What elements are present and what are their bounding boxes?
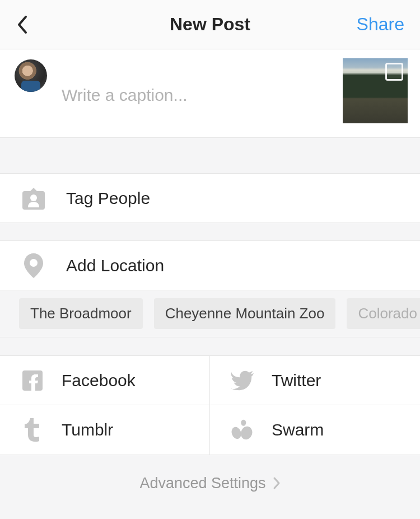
section-gap xyxy=(0,223,420,241)
advanced-settings-button[interactable]: Advanced Settings xyxy=(0,455,420,511)
post-thumbnail[interactable] xyxy=(343,58,408,123)
facebook-icon xyxy=(21,369,44,392)
section-gap xyxy=(0,337,420,355)
share-swarm[interactable]: Swarm xyxy=(210,405,420,455)
tag-people-label: Tag People xyxy=(66,189,150,208)
back-button[interactable] xyxy=(16,13,29,36)
share-label: Swarm xyxy=(272,420,324,439)
chevron-right-icon xyxy=(273,476,281,490)
avatar xyxy=(15,59,47,92)
twitter-icon xyxy=(231,369,254,392)
tumblr-icon xyxy=(21,419,44,441)
svg-point-0 xyxy=(30,194,37,201)
share-tumblr[interactable]: Tumblr xyxy=(0,405,210,455)
location-suggestions: The Broadmoor Cheyenne Mountain Zoo Colo… xyxy=(0,290,420,337)
svg-point-1 xyxy=(30,259,38,267)
share-targets-grid: Facebook Twitter Tumblr Swarm xyxy=(0,355,420,455)
add-location-row[interactable]: Add Location xyxy=(0,241,420,290)
caption-section xyxy=(0,49,420,138)
section-gap xyxy=(0,138,420,174)
location-pin-icon xyxy=(21,253,46,278)
header-bar: New Post Share xyxy=(0,0,420,49)
page-title: New Post xyxy=(170,14,250,35)
add-location-label: Add Location xyxy=(66,256,164,275)
location-chip[interactable]: The Broadmoor xyxy=(19,298,143,329)
share-label: Tumblr xyxy=(62,420,113,439)
share-label: Twitter xyxy=(272,371,321,390)
chevron-left-icon xyxy=(17,15,28,34)
svg-point-4 xyxy=(239,425,254,441)
advanced-settings-label: Advanced Settings xyxy=(139,475,265,492)
swarm-icon xyxy=(231,419,254,441)
share-label: Facebook xyxy=(62,371,136,390)
location-chip[interactable]: Cheyenne Mountain Zoo xyxy=(154,298,336,329)
tag-people-row[interactable]: Tag People xyxy=(0,174,420,223)
share-twitter[interactable]: Twitter xyxy=(210,356,420,405)
share-button[interactable]: Share xyxy=(357,14,404,35)
svg-point-5 xyxy=(241,420,246,426)
tag-people-icon xyxy=(21,186,46,211)
caption-input[interactable] xyxy=(62,63,343,127)
share-facebook[interactable]: Facebook xyxy=(0,356,210,405)
location-chip[interactable]: Colorado xyxy=(347,298,420,329)
